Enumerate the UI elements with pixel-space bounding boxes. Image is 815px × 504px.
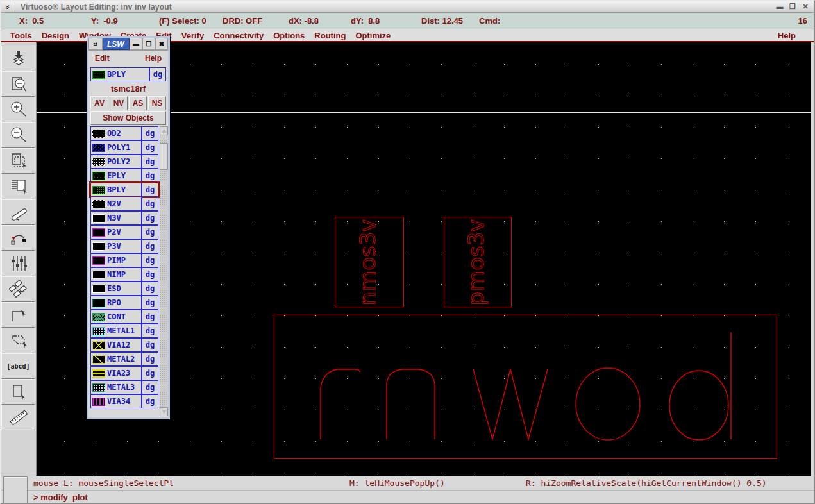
fit-view-icon[interactable]	[1, 71, 35, 97]
status-dist: Dist: 12.45	[421, 16, 463, 26]
maximize-icon[interactable]: ❒	[788, 3, 797, 11]
menu-item[interactable]: Design	[42, 31, 69, 40]
rectangle-icon[interactable]	[1, 379, 35, 405]
layer-name: METAL1	[107, 326, 135, 335]
prompt-bar[interactable]: > modify_plot	[1, 490, 814, 504]
window-menu-button[interactable]: »	[1, 2, 15, 12]
layer-swatch	[92, 327, 105, 335]
layer-row[interactable]: METAL1 dg	[90, 324, 158, 338]
layer-swatch	[92, 313, 105, 321]
status-dx: dX: -8.8	[289, 16, 319, 26]
copy-icon[interactable]	[1, 174, 35, 199]
layer-name: VIA12	[107, 340, 130, 349]
save-icon[interactable]	[1, 46, 35, 71]
stretch-icon[interactable]	[1, 148, 35, 174]
title-bar[interactable]: » Virtuoso® Layout Editing: inv inv layo…	[1, 1, 814, 13]
layer-row[interactable]: P2V dg	[90, 225, 158, 239]
ruler-icon[interactable]	[1, 405, 35, 430]
layer-scrollbar[interactable]	[160, 126, 168, 416]
lsw-minimize-icon[interactable]: ▬	[130, 38, 142, 50]
layer-swatch	[92, 130, 105, 138]
layer-purpose: dg	[146, 383, 155, 392]
menu-item[interactable]: Connectivity	[214, 31, 264, 40]
layer-row[interactable]: VIA23 dg	[90, 366, 158, 380]
validity-button[interactable]: NS	[148, 96, 166, 110]
layer-name: N2V	[107, 199, 121, 208]
lsw-menu-bar: Edit Help	[88, 51, 168, 66]
menu-item[interactable]: Routing	[314, 31, 346, 40]
stroke-text-rnwod	[274, 315, 777, 458]
layer-purpose: dg	[146, 129, 155, 138]
zoom-out-icon[interactable]	[1, 122, 35, 148]
menu-item[interactable]: Optimize	[355, 31, 391, 40]
layer-swatch	[92, 214, 105, 223]
layer-row[interactable]: ESD dg	[90, 281, 158, 296]
layer-row[interactable]: N3V dg	[90, 211, 158, 225]
lsw-maximize-icon[interactable]: ❒	[142, 38, 155, 50]
instance-pmos3v[interactable]: pmos3v	[444, 217, 512, 307]
lsw-menu-edit[interactable]: Edit	[95, 54, 110, 63]
toolbar: [abcd]	[1, 42, 37, 476]
menu-item-help[interactable]: Help	[778, 31, 805, 40]
lsw-window-menu-button[interactable]: »	[88, 38, 103, 50]
close-icon[interactable]: ✕	[801, 3, 810, 11]
path-icon[interactable]	[1, 302, 35, 328]
layer-name: METAL3	[107, 383, 135, 392]
scrollbar-thumb[interactable]	[160, 143, 168, 170]
status-counter: 16	[798, 16, 807, 26]
layer-row[interactable]: EPLY dg	[90, 169, 158, 183]
layer-purpose: dg	[146, 340, 155, 349]
lsw-window: » LSW ▬ ❒ ✖ Edit Help BPLY dg tsmc18rf A…	[87, 36, 170, 419]
layer-purpose: dg	[146, 284, 155, 293]
lsw-close-icon[interactable]: ✖	[155, 38, 168, 50]
show-objects-button[interactable]: Show Objects	[90, 111, 166, 125]
layer-row[interactable]: VIA12 dg	[90, 338, 158, 352]
layer-row[interactable]: METAL3 dg	[90, 380, 158, 394]
layer-row[interactable]: VIA34 dg	[90, 394, 158, 408]
layer-row[interactable]: POLY1 dg	[90, 140, 158, 155]
layer-row[interactable]: N2V dg	[90, 197, 158, 211]
layer-row[interactable]: CONT dg	[90, 310, 158, 324]
mouse-bindings-bar: mouse L: mouseSingleSelectPt M: leHiMous…	[1, 476, 814, 490]
validity-button[interactable]: NV	[110, 96, 128, 110]
layer-purpose: dg	[146, 355, 155, 364]
layer-row[interactable]: METAL2 dg	[90, 352, 158, 366]
delete-icon[interactable]	[1, 199, 35, 225]
lsw-menu-help[interactable]: Help	[145, 54, 162, 63]
layer-swatch	[92, 71, 105, 79]
layer-purpose: dg	[146, 228, 155, 237]
layer-swatch	[92, 355, 105, 364]
validity-button[interactable]: AS	[129, 96, 147, 110]
polygon-icon[interactable]	[1, 328, 35, 353]
menu-item[interactable]: Options	[273, 31, 305, 40]
validity-button[interactable]: AV	[90, 96, 108, 110]
layer-row[interactable]: PIMP dg	[90, 253, 158, 267]
layer-name: VIA23	[107, 369, 130, 378]
instance-icon[interactable]	[1, 276, 35, 302]
menu-item[interactable]: Verify	[181, 31, 204, 40]
minimize-icon[interactable]: ▬	[775, 3, 784, 11]
layer-name: OD2	[107, 129, 121, 138]
lsw-title-bar[interactable]: » LSW ▬ ❒ ✖	[88, 38, 168, 51]
scroll-up-icon[interactable]	[160, 126, 168, 135]
layer-row[interactable]: BPLY dg	[90, 183, 158, 197]
layer-row[interactable]: POLY2 dg	[90, 155, 158, 169]
scroll-down-icon[interactable]	[160, 407, 168, 416]
layer-purpose: dg	[146, 256, 155, 265]
menu-item[interactable]: Tools	[10, 31, 32, 40]
instance-nmos3v[interactable]: nmos3v	[335, 217, 404, 307]
layer-row[interactable]: P3V dg	[90, 239, 158, 253]
status-x: X: 0.5	[19, 16, 44, 26]
label-icon[interactable]: [abcd]	[1, 353, 35, 379]
zoom-in-icon[interactable]	[1, 97, 35, 122]
layer-row[interactable]: RPO dg	[90, 296, 158, 310]
nwell-region[interactable]	[274, 315, 777, 459]
layer-name: N3V	[107, 214, 121, 223]
layer-name: P2V	[107, 228, 121, 237]
status-dy: dY: 8.8	[351, 16, 380, 26]
properties-icon[interactable]	[1, 251, 35, 276]
lsw-current-layer[interactable]: BPLY dg	[90, 67, 166, 81]
layer-row[interactable]: OD2 dg	[90, 126, 158, 140]
layer-row[interactable]: NIMP dg	[90, 267, 158, 281]
undo-icon[interactable]	[1, 225, 35, 251]
